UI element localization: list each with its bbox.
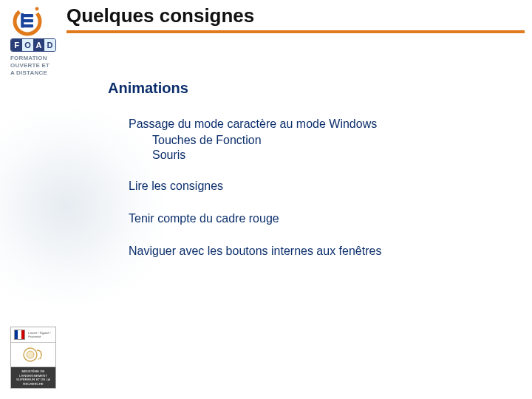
bullet-subitem: Souris [152, 149, 517, 162]
svg-rect-2 [22, 19, 33, 22]
left-column: F O A D FORMATION OUVERTE ET A DISTANCE … [0, 0, 65, 399]
bullet-item: Lire les consignes [129, 180, 517, 193]
foad-letter: A [33, 39, 44, 51]
foad-tagline-line: A DISTANCE [10, 69, 50, 77]
svg-rect-1 [22, 14, 33, 17]
section-heading: Animations [108, 80, 517, 97]
ministry-block: Liberté • Égalité • Fraternité MINISTÈRE… [10, 327, 56, 389]
page-title: Quelques consignes [66, 4, 525, 27]
svg-point-7 [27, 351, 34, 358]
title-bar: Quelques consignes [66, 4, 525, 33]
bullet-item: Tenir compte du cadre rouge [129, 212, 517, 225]
foad-letter: O [22, 39, 33, 51]
content-area: Animations Passage du mode caractère au … [108, 80, 517, 261]
foad-tagline-line: FORMATION [10, 55, 50, 62]
svg-rect-4 [21, 13, 24, 28]
bullet-item: Passage du mode caractère au mode Window… [129, 117, 517, 131]
ministry-seal-icon [11, 343, 55, 367]
france-flag-icon [14, 330, 25, 340]
ministry-caption: MINISTÈRE DE L'ENSEIGNEMENT SUPÉRIEUR ET… [11, 367, 55, 388]
foad-letter: F [11, 39, 22, 51]
slide: F O A D FORMATION OUVERTE ET A DISTANCE … [0, 0, 532, 399]
foad-tagline-line: OUVERTE ET [10, 62, 50, 69]
education-e-logo-icon [10, 3, 44, 37]
foad-tagline: FORMATION OUVERTE ET A DISTANCE [10, 55, 50, 77]
bullet-subitem: Touches de Fonction [152, 134, 517, 147]
foad-letter: D [44, 39, 55, 51]
ministry-motto: Liberté • Égalité • Fraternité [28, 331, 52, 338]
foad-badge: F O A D [10, 38, 56, 52]
svg-point-5 [35, 7, 39, 11]
svg-rect-3 [22, 24, 33, 27]
bullet-item: Naviguer avec les boutons internes aux f… [129, 245, 517, 258]
title-underline [66, 30, 525, 33]
